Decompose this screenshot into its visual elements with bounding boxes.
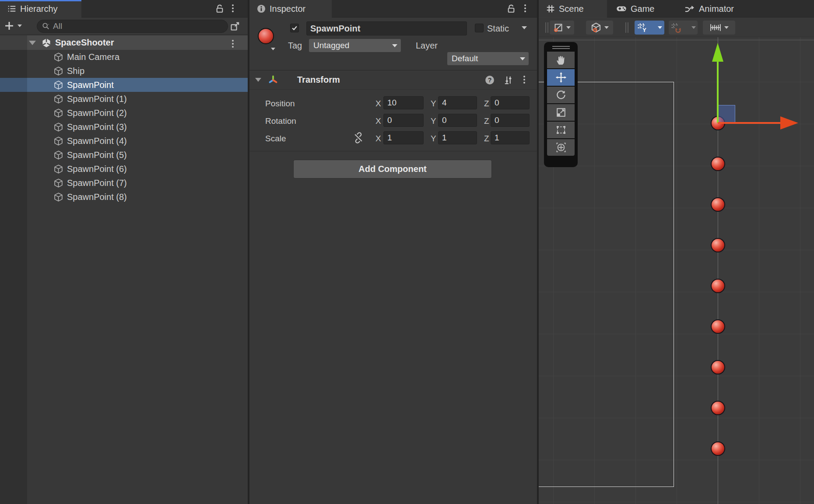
tab-game[interactable]: Game <box>609 0 675 18</box>
position-z-field[interactable] <box>491 96 530 109</box>
axis-z-label: Z <box>484 99 489 108</box>
active-checkbox[interactable] <box>290 24 299 32</box>
snap-increment-button[interactable] <box>703 21 735 35</box>
gizmo-xy-plane-handle[interactable] <box>718 105 735 123</box>
transform-axes-icon <box>267 74 279 86</box>
grid-visibility-button[interactable]: Y <box>635 21 664 35</box>
transform-header[interactable]: Transform ? <box>249 70 538 90</box>
help-icon[interactable]: ? <box>484 75 495 85</box>
presets-icon[interactable] <box>503 75 514 85</box>
gizmo-x-axis-arrowhead[interactable] <box>780 116 798 130</box>
search-input[interactable] <box>53 21 197 31</box>
hierarchy-panel: Hierarchy <box>0 0 248 504</box>
cube-icon <box>53 122 63 132</box>
tab-label: Game <box>631 4 654 14</box>
cube-icon <box>53 94 63 104</box>
kebab-menu-icon[interactable] <box>524 4 526 12</box>
spawnpoint-gizmo-sphere[interactable] <box>711 441 725 456</box>
tree-row-label: SpawnPoint (4) <box>67 136 127 146</box>
tab-animator[interactable]: Animator <box>677 0 753 18</box>
tag-dropdown[interactable]: Untagged <box>309 39 401 52</box>
rotation-z-field[interactable] <box>491 114 530 127</box>
palette-drag-handle[interactable] <box>547 45 575 50</box>
tree-row-ship[interactable]: Ship <box>0 64 248 78</box>
static-checkbox[interactable] <box>475 24 484 32</box>
unlock-icon[interactable] <box>214 4 225 14</box>
search-bar[interactable] <box>37 20 228 33</box>
toolbar-grip[interactable] <box>625 22 628 33</box>
scale-x-field[interactable] <box>383 131 424 144</box>
rotate-tool-button[interactable] <box>547 87 575 103</box>
tab-hierarchy[interactable]: Hierarchy <box>0 0 81 18</box>
spawnpoint-gizmo-sphere[interactable] <box>711 279 725 293</box>
popout-icon[interactable] <box>229 21 241 32</box>
position-x-field[interactable] <box>383 96 424 109</box>
scene-row-spaceshooter[interactable]: SpaceShooter <box>0 35 248 50</box>
spawnpoint-gizmo-sphere[interactable] <box>711 238 725 252</box>
kebab-menu-icon[interactable] <box>232 40 234 48</box>
tree-row-spawnpoint-7[interactable]: SpawnPoint (7) <box>0 176 248 190</box>
search-icon <box>42 22 50 31</box>
static-caret-icon[interactable] <box>522 26 527 29</box>
gizmo-y-axis-arrow[interactable] <box>717 61 719 123</box>
tree-row-label: SpawnPoint <box>67 80 114 90</box>
broken-link-icon[interactable] <box>353 132 364 144</box>
move-tool-button[interactable] <box>547 69 575 86</box>
spawnpoint-gizmo-sphere[interactable] <box>711 401 725 415</box>
tree-row-spawnpoint-3[interactable]: SpawnPoint (3) <box>0 120 248 134</box>
spawnpoint-gizmo-sphere[interactable] <box>711 197 725 212</box>
tree-row-spawnpoint-selected[interactable]: SpawnPoint <box>0 78 248 92</box>
gamepad-icon <box>616 3 627 14</box>
scale-z-field[interactable] <box>491 131 530 144</box>
add-object-button[interactable] <box>4 20 15 32</box>
svg-text:Y: Y <box>642 27 646 33</box>
tab-scene[interactable]: Scene <box>539 0 607 18</box>
scene-viewport[interactable] <box>539 37 814 504</box>
transform-tool-button[interactable] <box>547 139 575 156</box>
gizmo-x-axis-arrow[interactable] <box>718 122 781 124</box>
tree-row-spawnpoint-6[interactable]: SpawnPoint (6) <box>0 162 248 176</box>
tree-row-main-camera[interactable]: Main Camera <box>0 50 248 64</box>
scene-panel: Scene Game Animator <box>539 0 814 504</box>
tool-palette <box>544 42 578 167</box>
foldout-icon[interactable] <box>255 78 261 82</box>
position-y-field[interactable] <box>438 96 477 109</box>
grid-snapping-button[interactable] <box>669 21 698 35</box>
cube-icon <box>53 52 63 62</box>
unlock-icon[interactable] <box>506 4 516 14</box>
spawnpoint-gizmo-sphere[interactable] <box>711 360 725 374</box>
object-red-sphere-icon[interactable] <box>258 28 274 44</box>
scale-y-field[interactable] <box>438 131 477 144</box>
object-name-field[interactable] <box>306 21 467 35</box>
tab-inspector[interactable]: Inspector <box>249 0 332 18</box>
rotation-y-field[interactable] <box>438 114 477 127</box>
spawnpoint-gizmo-sphere[interactable] <box>711 157 725 171</box>
tree-row-spawnpoint-4[interactable]: SpawnPoint (4) <box>0 134 248 148</box>
icon-picker-caret[interactable] <box>271 48 275 50</box>
cube-icon <box>53 192 63 202</box>
rect-tool-button[interactable] <box>547 122 575 138</box>
rotation-x-field[interactable] <box>383 114 424 127</box>
scene-toolbar: Y <box>539 18 814 37</box>
grid-y-icon: Y <box>634 22 649 33</box>
spawnpoint-gizmo-sphere[interactable] <box>711 319 725 334</box>
toolbar-grip[interactable] <box>545 22 548 33</box>
kebab-menu-icon[interactable] <box>523 76 525 84</box>
tree-row-label: SpawnPoint (2) <box>67 108 127 118</box>
add-object-caret-icon[interactable] <box>18 24 22 27</box>
kebab-menu-icon[interactable] <box>232 4 234 12</box>
draw-mode-button[interactable] <box>550 21 574 35</box>
gizmo-y-axis-arrowhead[interactable] <box>712 43 723 62</box>
axis-x-label: X <box>375 134 381 144</box>
tree-row-spawnpoint-8[interactable]: SpawnPoint (8) <box>0 190 248 204</box>
layer-dropdown[interactable]: Default <box>447 52 529 65</box>
tree-row-spawnpoint-5[interactable]: SpawnPoint (5) <box>0 148 248 162</box>
foldout-icon[interactable] <box>29 41 36 45</box>
view-options-button[interactable] <box>586 21 613 35</box>
dropdown-caret-icon <box>658 26 662 29</box>
hand-tool-button[interactable] <box>547 52 575 68</box>
scale-tool-button[interactable] <box>547 104 575 121</box>
tree-row-spawnpoint-1[interactable]: SpawnPoint (1) <box>0 92 248 106</box>
add-component-button[interactable]: Add Component <box>293 160 492 178</box>
tree-row-spawnpoint-2[interactable]: SpawnPoint (2) <box>0 106 248 120</box>
